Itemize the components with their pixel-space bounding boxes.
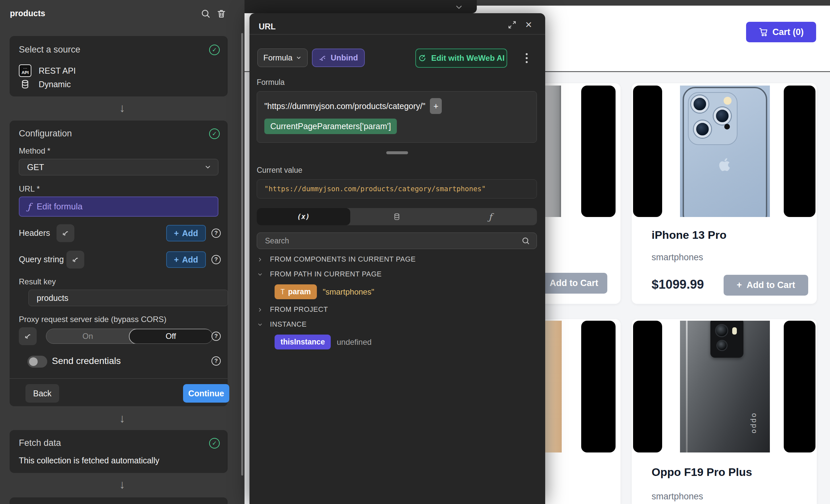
tree-item-param[interactable]: T param "smartphones" — [275, 284, 374, 299]
bind-toggle-button[interactable] — [57, 224, 74, 242]
formula-variable-token[interactable]: CurrentPageParameters['param'] — [264, 119, 397, 134]
weweb-editor-screen: Cart (0) + Add to Cart — [0, 0, 830, 504]
cart-button[interactable]: Cart (0) — [746, 22, 816, 42]
continue-button[interactable]: Continue — [183, 384, 229, 403]
this-instance-value: undefined — [337, 338, 372, 347]
trash-icon[interactable] — [216, 9, 226, 19]
product-image-sliver — [545, 321, 562, 452]
product-image-dark — [581, 321, 615, 452]
param-chip-label: param — [288, 287, 311, 296]
resize-handle[interactable] — [386, 151, 408, 154]
add-query-button[interactable]: + Add — [166, 251, 206, 268]
chevron-right-icon — [257, 257, 263, 263]
binding-type-dropdown[interactable]: Formula — [257, 48, 308, 67]
back-button[interactable]: Back — [26, 384, 59, 403]
step-select-source: Select a source ✓ ⋯ API REST API Dynamic — [9, 36, 228, 96]
proxy-on-off-toggle[interactable]: On Off — [46, 329, 213, 344]
ai-refresh-icon — [418, 54, 426, 62]
tree-group-project[interactable]: FROM PROJECT — [257, 305, 328, 314]
help-icon[interactable]: ? — [212, 255, 221, 264]
bind-toggle-button[interactable] — [66, 251, 84, 269]
bind-toggle-button[interactable] — [19, 327, 37, 345]
more-options-icon[interactable] — [521, 50, 532, 66]
unbind-button[interactable]: Unbind — [312, 48, 365, 67]
variable-search — [257, 233, 537, 249]
search-icon[interactable] — [200, 9, 211, 19]
formula-editor[interactable]: "https://dummyjson.com/products/category… — [257, 91, 537, 143]
product-image-dark — [633, 86, 662, 217]
current-value-label: Current value — [257, 166, 302, 175]
fetch-data-description: This collection is fetched automatically — [19, 456, 159, 465]
proxy-on-option[interactable]: On — [46, 329, 129, 343]
step-fetch-data: Fetch data ✓ This collection is fetched … — [9, 430, 228, 473]
modal-title: URL — [259, 22, 276, 31]
tree-group-label: INSTANCE — [270, 321, 307, 329]
expand-icon[interactable] — [507, 19, 518, 30]
cart-icon — [759, 27, 769, 37]
method-label: Method* — [19, 146, 50, 156]
close-icon[interactable]: ✕ — [523, 19, 534, 30]
add-label: Add — [182, 255, 198, 265]
add-header-button[interactable]: + Add — [166, 225, 206, 241]
tab-formulas[interactable]: ƒ — [443, 208, 537, 225]
check-circle-icon: ✓ — [209, 44, 220, 55]
edit-formula-label: Edit formula — [37, 201, 83, 212]
help-icon[interactable]: ? — [212, 356, 221, 366]
formula-label: Formula — [257, 78, 285, 87]
method-select[interactable]: GET — [19, 159, 218, 175]
tree-group-components[interactable]: FROM COMPONENTS IN CURRENT PAGE — [257, 255, 416, 264]
product-card-iphone[interactable]: iPhone 13 Pro smartphones $1099.99 + Add… — [632, 83, 817, 304]
chevron-down-icon — [257, 271, 263, 277]
tab-collections[interactable] — [350, 208, 444, 225]
product-card-oppo[interactable]: oppo Oppo F19 Pro Plus smartphones — [632, 319, 817, 504]
source-label: REST API — [39, 66, 76, 76]
sidebar-scrollbar[interactable] — [241, 33, 243, 476]
database-icon — [19, 79, 31, 90]
step-next-partial — [9, 497, 228, 504]
tree-group-path[interactable]: FROM PATH IN CURRENT PAGE — [257, 270, 382, 278]
edit-formula-button[interactable]: ƒ Edit formula — [19, 197, 218, 217]
plus-icon: + — [174, 255, 179, 265]
result-key-input[interactable] — [28, 290, 228, 306]
edit-with-weweb-ai-button[interactable]: Edit with WeWeb AI — [415, 48, 507, 68]
help-icon[interactable]: ? — [212, 332, 221, 341]
search-input[interactable] — [264, 236, 521, 246]
add-to-cart-button[interactable]: + Add to Cart — [724, 275, 808, 296]
param-chip[interactable]: T param — [275, 284, 317, 299]
edit-ai-label: Edit with WeWeb AI — [431, 54, 505, 63]
add-to-cart-label: Add to Cart — [746, 280, 795, 290]
help-icon[interactable]: ? — [212, 229, 221, 238]
iphone-product-photo — [680, 86, 770, 217]
oppo-camera-module — [710, 321, 743, 358]
proxy-off-option[interactable]: Off — [129, 329, 213, 344]
collapse-chevron-icon[interactable] — [454, 3, 464, 12]
send-credentials-switch[interactable] — [27, 356, 47, 368]
switch-knob — [29, 357, 38, 366]
collapsed-panel-top — [245, 0, 477, 13]
unbind-icon — [319, 54, 327, 62]
tree-item-this-instance[interactable]: thisInstance undefined — [275, 335, 372, 349]
search-icon[interactable] — [521, 236, 530, 245]
formula-concat-button[interactable]: + — [430, 98, 442, 114]
formula-string-literal[interactable]: "https://dummyjson.com/products/category… — [264, 101, 425, 111]
source-item-rest-api[interactable]: ⋯ API REST API — [19, 64, 76, 77]
tree-group-instance[interactable]: INSTANCE — [257, 321, 307, 329]
check-circle-icon: ✓ — [209, 438, 220, 448]
unbind-label: Unbind — [331, 53, 358, 62]
product-image-dark — [784, 321, 816, 452]
tab-variables[interactable]: (x) — [257, 208, 350, 225]
binding-type-value: Formula — [263, 53, 292, 62]
chevron-right-icon — [257, 307, 263, 313]
chevron-down-icon — [296, 55, 302, 61]
product-title: Oppo F19 Pro Plus — [651, 466, 752, 478]
source-item-dynamic[interactable]: Dynamic — [19, 79, 71, 90]
iphone-body — [683, 87, 767, 217]
query-string-label: Query string — [19, 255, 64, 264]
this-instance-chip[interactable]: thisInstance — [275, 335, 331, 349]
database-icon — [393, 212, 401, 221]
product-image-dark — [633, 321, 662, 452]
add-to-cart-label: Add to Cart — [549, 278, 598, 288]
product-image-dark — [581, 86, 615, 217]
add-label: Add — [182, 229, 198, 238]
step-configuration: Configuration ✓ Method* GET URL* ƒ Edit … — [9, 121, 228, 406]
